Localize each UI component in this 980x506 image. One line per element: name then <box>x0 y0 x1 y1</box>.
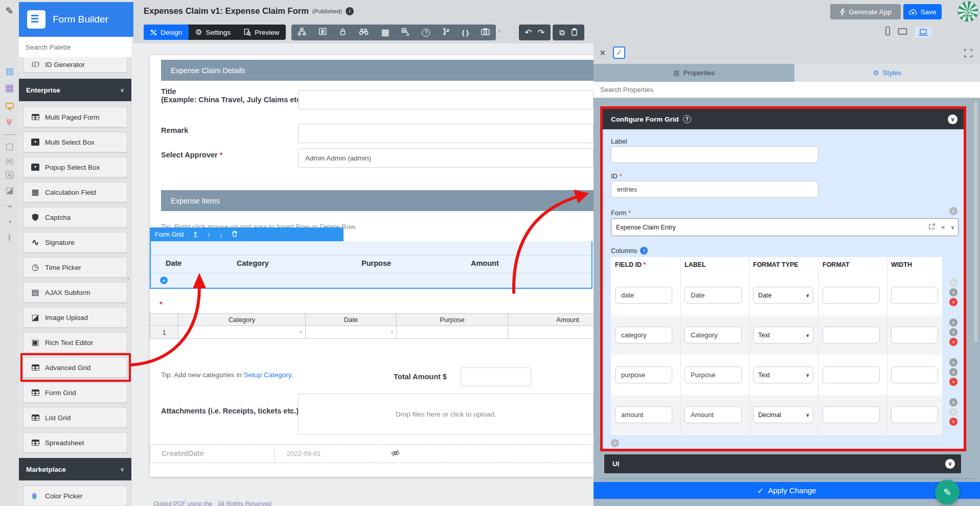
display-element-icon[interactable] <box>6 103 14 108</box>
advgrid-date-cell[interactable]: ▾ <box>305 326 397 339</box>
paste-icon[interactable] <box>571 28 578 37</box>
translate-icon[interactable] <box>401 28 409 38</box>
row4-format-input[interactable] <box>823 406 880 423</box>
expression-icon[interactable]: {x} <box>6 158 13 164</box>
row2-width-input[interactable] <box>891 327 938 343</box>
form-select[interactable]: Expense Claim Entry × ∨ <box>611 218 959 236</box>
binoculars-icon[interactable] <box>359 28 369 37</box>
help-icon[interactable]: ? <box>422 29 430 37</box>
configure-form-grid-header[interactable]: Configure Form Grid ? ∨ <box>603 109 964 129</box>
multiselect-checkbox-icon[interactable]: ✓ <box>613 47 625 59</box>
id-input[interactable] <box>611 181 818 198</box>
row2-format-input[interactable] <box>823 327 880 343</box>
undo-icon[interactable]: ↶ <box>525 28 532 37</box>
apply-change-button[interactable]: ✓ Apply Change <box>594 482 980 499</box>
palette-item-image-upload[interactable]: ◪Image Upload <box>23 307 127 328</box>
palette-item-captcha[interactable]: Captcha <box>23 207 127 227</box>
move-up-icon[interactable]: ∧ <box>949 358 958 366</box>
palette-item-color-picker[interactable]: ◆◆ Color Picker <box>23 486 127 506</box>
delete-icon[interactable] <box>232 231 238 239</box>
setup-category-link[interactable]: Setup Category <box>244 371 291 379</box>
delete-row-icon[interactable]: × <box>949 338 958 346</box>
advgrid-category-cell[interactable]: ▾ <box>178 326 306 339</box>
tab-settings[interactable]: ⚙ Settings <box>189 25 237 40</box>
row2-label-input[interactable] <box>685 327 742 343</box>
row3-field-id-input[interactable] <box>615 366 672 383</box>
plugin-icon[interactable]: ⌁ <box>7 202 12 211</box>
add-column-icon[interactable]: + <box>611 439 619 447</box>
move-down-icon[interactable]: ↓ <box>219 231 223 239</box>
help-icon[interactable]: ? <box>683 115 691 123</box>
open-form-icon[interactable] <box>928 223 935 232</box>
tree-element-icon[interactable]: ⋔ <box>6 118 13 126</box>
form-grid-selected-element[interactable]: Date Category Purpose Amount + <box>150 241 592 289</box>
info-icon[interactable]: i <box>346 7 354 15</box>
tablet-icon[interactable] <box>898 27 908 38</box>
row3-format-input[interactable] <box>823 366 880 383</box>
remark-input[interactable] <box>298 124 594 143</box>
title-input[interactable] <box>298 90 594 109</box>
move-up-icon[interactable]: ∧ <box>949 318 958 327</box>
palette-item-time-picker[interactable]: ◷Time Picker <box>23 257 127 278</box>
file-dropzone[interactable]: Drop files here or click to upload. <box>298 394 594 435</box>
row1-format-type-select[interactable]: Date∨ <box>753 287 813 304</box>
form-element-icon[interactable]: ▤ <box>5 67 13 76</box>
created-date-row[interactable]: CreatedDate 2022-09-01 <box>150 444 592 463</box>
palette-item-ajax-subform[interactable]: ▤AJAX Subform <box>23 282 127 303</box>
edit-fab-button[interactable]: ✎ <box>935 480 960 504</box>
delete-row-icon[interactable]: × <box>949 298 958 306</box>
delete-row-icon[interactable]: × <box>949 378 958 386</box>
advgrid-purpose-cell[interactable] <box>396 326 508 339</box>
row2-format-type-select[interactable]: Text∨ <box>753 327 813 343</box>
gauge-icon[interactable]: ◔ <box>7 218 12 226</box>
tab-design[interactable]: Design <box>144 25 189 40</box>
edit-icon[interactable]: ✎ <box>6 6 14 16</box>
grid-element-icon[interactable]: ▦ <box>5 83 14 93</box>
avatar[interactable]: admin <box>958 1 978 22</box>
palette-item-rich-text-editor[interactable]: ▣Rich Text Editor <box>23 332 127 353</box>
row1-field-id-input[interactable] <box>615 287 672 304</box>
tab-preview[interactable]: Preview <box>237 25 286 40</box>
expand-section-icon[interactable]: ∨ <box>945 459 955 469</box>
palette-item-form-grid[interactable]: Form Grid <box>23 382 127 403</box>
tab-styles[interactable]: ⚙ Styles <box>794 64 980 82</box>
note-icon[interactable]: ▢ <box>5 142 13 151</box>
palette-section-marketplace[interactable]: Marketplace ∨ <box>19 458 131 480</box>
delete-row-icon[interactable]: × <box>949 418 958 426</box>
clear-icon[interactable]: × <box>941 223 945 232</box>
close-icon[interactable]: × <box>600 47 606 59</box>
move-up-icon[interactable]: ∧ <box>949 398 958 406</box>
palette-item-multi-paged-form[interactable]: Multi Paged Form <box>23 107 127 127</box>
properties-search-input[interactable] <box>594 82 980 98</box>
grid-icon[interactable]: ▦ <box>381 28 389 37</box>
ui-section-header[interactable]: UI ∨ <box>604 454 961 473</box>
expand-icon[interactable] <box>964 49 972 59</box>
versions-icon[interactable] <box>443 28 450 38</box>
help-icon[interactable]: ? <box>640 247 648 255</box>
move-down-icon[interactable]: ∨ <box>949 368 958 376</box>
palette-item-signature[interactable]: ∿Signature <box>23 232 127 252</box>
collapse-section-icon[interactable]: ∨ <box>948 114 958 124</box>
tab-properties[interactable]: ▤ Properties <box>594 64 794 82</box>
laptop-icon[interactable] <box>915 27 932 38</box>
row3-label-input[interactable] <box>685 366 742 383</box>
palette-search-input[interactable] <box>19 37 131 57</box>
move-up-icon[interactable]: ↑ <box>207 231 211 239</box>
panel-scrollbar[interactable] <box>974 102 977 342</box>
row4-width-input[interactable] <box>891 406 938 423</box>
form-grid-selection-toolbar[interactable]: Form Grid ↥ ↑ ↓ <box>150 227 344 241</box>
translate-icon[interactable]: A <box>6 171 13 179</box>
row4-label-input[interactable] <box>685 406 742 423</box>
section-header-claim-details[interactable]: Expense Claim Details <box>161 60 594 81</box>
row1-label-input[interactable] <box>685 287 742 304</box>
redo-icon[interactable]: ↷ <box>538 28 544 37</box>
row1-width-input[interactable] <box>891 287 938 304</box>
json-icon[interactable]: { } <box>462 29 469 36</box>
palette-item-list-grid[interactable]: List Grid <box>23 407 127 428</box>
move-down-icon[interactable]: ∨ <box>949 328 958 336</box>
save-button[interactable]: Save <box>903 4 942 19</box>
row1-format-input[interactable] <box>823 287 880 304</box>
generate-app-button[interactable]: Generate App <box>830 4 901 19</box>
row3-width-input[interactable] <box>891 366 938 383</box>
add-row-icon[interactable]: + <box>160 277 168 284</box>
